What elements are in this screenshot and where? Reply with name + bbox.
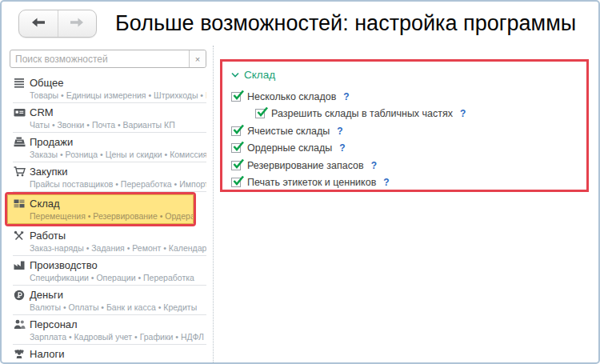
sidebar-item-label: Общее [30, 77, 64, 89]
checkbox-checked[interactable] [231, 178, 241, 187]
options-list: Несколько складов ? Разрешить склады в т… [231, 88, 582, 191]
checkbox-checked[interactable] [231, 92, 241, 102]
checkbox-checked[interactable] [231, 143, 241, 153]
sidebar-item-label: Производство [30, 259, 98, 271]
sidebar-item-sublinks[interactable]: Перемещения • Резервирование • Ордера • … [30, 210, 193, 221]
sidebar-item-label: Персонал [30, 318, 78, 330]
help-link[interactable]: ? [343, 91, 349, 102]
sidebar-item-prodazhi[interactable]: Продажи Заказы • Розница • Цены и скидки… [13, 133, 206, 162]
content-area: × Общее Товары • Единицы измерения • Штр… [2, 46, 598, 364]
sidebar-item-sublinks[interactable]: Товары • Единицы измерения • Штрихкоды •… [30, 90, 206, 100]
sidebar-item-personal[interactable]: Персонал Зарплата • Кадровый учет • Граф… [13, 315, 206, 345]
section-title: Склад [244, 69, 275, 81]
sidebar-item-sublinks[interactable]: Валюты • Оплаты • Банк и касса • Кредиты [30, 302, 206, 312]
factory-icon [13, 260, 26, 271]
history-nav [18, 10, 97, 38]
sidebar-item-proizvodstvo[interactable]: Производство Спецификации • Операции • П… [13, 256, 206, 286]
checkbox-checked[interactable] [231, 126, 241, 136]
sidebar-item-sublinks[interactable]: Чаты • Звонки • Почта • Варианты КП [30, 119, 206, 130]
chevron-down-icon [231, 72, 239, 78]
section-header-sklad[interactable]: Склад [231, 69, 582, 81]
top-bar: Больше возможностей: настройка программы [2, 2, 598, 46]
search-input[interactable] [10, 50, 189, 67]
help-link[interactable]: ? [337, 126, 342, 137]
clear-x-icon: × [195, 54, 200, 64]
sidebar-item-label: Налоги [30, 348, 65, 360]
checkbox-label: Разрешить склады в табличных частях [271, 108, 453, 119]
checkbox-label: Ордерные склады [247, 142, 332, 154]
sidebar-item-sublinks[interactable]: Зарплата • Кадровый учет • Графики • НДФ… [30, 331, 206, 342]
option-ordernye-sklady: Ордерные склады ? [231, 140, 582, 158]
back-button[interactable] [19, 10, 58, 37]
list-icon [13, 78, 26, 89]
sidebar-item-crm[interactable]: CRM Чаты • Звонки • Почта • Варианты КП [13, 103, 206, 133]
checkbox-checked[interactable] [255, 109, 265, 118]
checkbox-label: Несколько складов [247, 91, 336, 102]
sidebar-item-sublinks[interactable]: Заказы • Розница • Цены и скидки • Комис… [30, 149, 206, 159]
sidebar-item-label: Склад [30, 198, 60, 210]
sidebar-item-sklad[interactable]: Склад Перемещения • Резервирование • Орд… [7, 194, 194, 224]
people-icon [13, 319, 26, 330]
sidebar-item-nalogi[interactable]: Налоги Регламентированная отчетность [13, 345, 206, 364]
sidebar-item-raboty[interactable]: Работы Заказ-наряды • Задания • Ремонт •… [13, 226, 206, 256]
tools-icon [13, 230, 26, 242]
sidebar: × Общее Товары • Единицы измерения • Штр… [2, 46, 214, 364]
sidebar-item-sublinks[interactable]: Заказ-наряды • Задания • Ремонт • Календ… [30, 242, 206, 253]
sidebar-item-label: Закупки [30, 166, 67, 178]
option-neskolko-skladov: Несколько складов ? [231, 88, 582, 106]
sidebar-item-label: Деньги [30, 289, 63, 301]
forward-button[interactable] [58, 10, 97, 37]
shopping-cart-icon [13, 166, 26, 178]
sidebar-item-label: Продажи [30, 136, 73, 148]
settings-panel: Склад Несколько складов ? Ра [214, 46, 598, 364]
emblem-icon [13, 349, 26, 360]
option-razreshit-sklady: Разрешить склады в табличных частях ? [255, 106, 582, 123]
help-link[interactable]: ? [383, 177, 389, 188]
arrow-left-icon [30, 16, 47, 32]
checkbox-label: Резервирование запасов [247, 160, 364, 171]
sidebar-item-sublinks[interactable]: Прайсы поставщиков • Переработка • Импор… [30, 178, 206, 189]
contact-card-icon [13, 107, 26, 118]
page-title: Больше возможностей: настройка программы [115, 11, 576, 36]
sidebar-item-zakupki[interactable]: Закупки Прайсы поставщиков • Переработка… [13, 162, 206, 192]
annotation-box: Склад Несколько складов ? Ра [220, 59, 589, 192]
option-pechat-etiketok: Печать этикеток и ценников ? [231, 174, 582, 192]
warehouse-icon [13, 198, 26, 210]
help-link[interactable]: ? [371, 160, 377, 171]
sidebar-item-obshchee[interactable]: Общее Товары • Единицы измерения • Штрих… [13, 74, 206, 103]
help-link[interactable]: ? [460, 108, 466, 119]
option-yacheistye-sklady: Ячеистые склады ? [231, 122, 582, 140]
settings-window: Больше возможностей: настройка программы… [0, 0, 600, 364]
cash-register-icon [13, 137, 26, 148]
help-link[interactable]: ? [339, 142, 345, 154]
checkbox-checked[interactable] [231, 161, 241, 170]
checkbox-label: Ячеистые склады [247, 126, 330, 137]
search-box: × [10, 50, 206, 68]
checkbox-label: Печать этикеток и ценников [247, 177, 376, 188]
sidebar-item-dengi[interactable]: Деньги Валюты • Оплаты • Банк и касса • … [13, 286, 206, 315]
sidebar-item-sublinks[interactable]: Регламентированная отчетность [30, 361, 206, 364]
option-rezervirovanie: Резервирование запасов ? [231, 157, 582, 174]
money-icon [13, 290, 26, 301]
search-clear-button[interactable]: × [189, 50, 206, 67]
arrow-right-icon [68, 16, 86, 32]
sidebar-item-label: CRM [30, 106, 54, 118]
sidebar-item-sublinks[interactable]: Спецификации • Операции • Переработка [30, 272, 206, 282]
sidebar-item-label: Работы [30, 230, 66, 242]
